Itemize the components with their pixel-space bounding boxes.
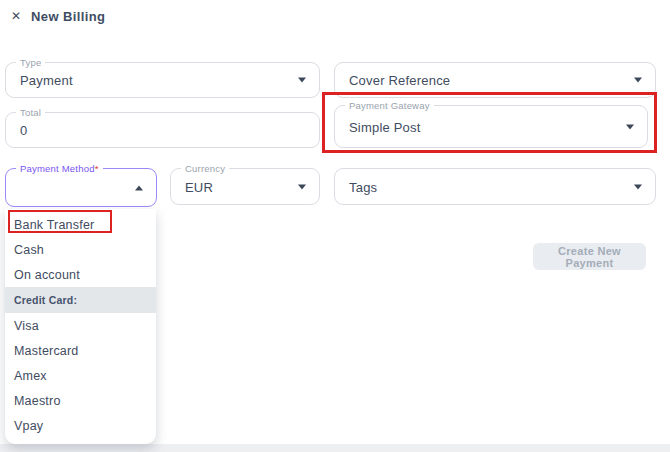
dropdown-group-header: Credit Card: bbox=[5, 287, 156, 313]
type-label: Type bbox=[16, 57, 45, 68]
cover-reference-select[interactable]: Cover Reference bbox=[334, 62, 656, 98]
dropdown-option[interactable]: Visa bbox=[5, 313, 156, 338]
payment-method-options-panel: Bank TransferCashOn accountCredit Card:V… bbox=[5, 209, 156, 444]
dropdown-option[interactable]: Bank Transfer bbox=[5, 212, 156, 237]
dropdown-option[interactable]: Vpay bbox=[5, 413, 156, 438]
dropdown-option[interactable]: On account bbox=[5, 262, 156, 287]
total-label: Total bbox=[16, 107, 45, 118]
chevron-down-icon bbox=[626, 124, 634, 129]
payment-gateway-value: Simple Post bbox=[349, 119, 421, 134]
chevron-down-icon bbox=[298, 184, 306, 189]
page-title: New Billing bbox=[31, 9, 105, 24]
chevron-down-icon bbox=[634, 78, 642, 83]
chevron-down-icon bbox=[298, 78, 306, 83]
payment-method-select[interactable]: Payment Method* bbox=[5, 168, 157, 207]
tags-select[interactable]: Tags bbox=[334, 168, 656, 205]
create-new-payment-button[interactable]: Create New Payment bbox=[533, 243, 646, 270]
currency-value: EUR bbox=[185, 179, 213, 194]
payment-gateway-select[interactable]: Payment Gateway Simple Post bbox=[334, 105, 648, 148]
required-asterisk: * bbox=[95, 163, 99, 174]
currency-select[interactable]: Currency EUR bbox=[170, 168, 320, 205]
payment-gateway-label: Payment Gateway bbox=[345, 100, 434, 111]
cover-reference-value: Cover Reference bbox=[349, 73, 450, 88]
close-icon[interactable]: ✕ bbox=[8, 8, 24, 24]
total-input[interactable]: Total 0 bbox=[5, 112, 320, 148]
dropdown-option[interactable]: Maestro bbox=[5, 388, 156, 413]
payment-method-label: Payment Method* bbox=[16, 163, 103, 174]
total-value: 0 bbox=[20, 123, 27, 138]
tags-value: Tags bbox=[349, 179, 377, 194]
currency-label: Currency bbox=[181, 163, 229, 174]
chevron-up-icon bbox=[135, 185, 143, 190]
dropdown-option[interactable]: Amex bbox=[5, 363, 156, 388]
dropdown-option[interactable]: Mastercard bbox=[5, 338, 156, 363]
dropdown-option[interactable]: Cash bbox=[5, 237, 156, 262]
page-background-strip bbox=[0, 444, 670, 452]
chevron-down-icon bbox=[634, 184, 642, 189]
type-value: Payment bbox=[20, 73, 73, 88]
type-select[interactable]: Type Payment bbox=[5, 62, 320, 98]
